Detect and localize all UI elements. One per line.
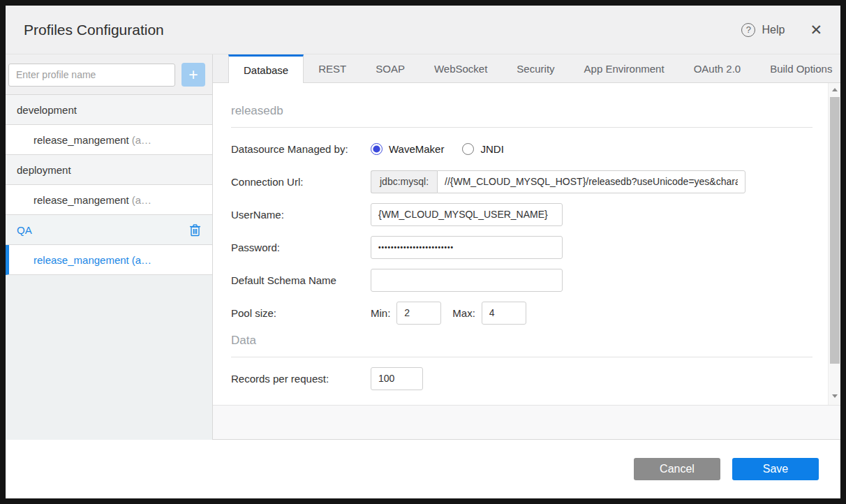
section-divider [231, 357, 812, 357]
pool-size-label: Pool size: [231, 307, 371, 319]
password-input[interactable] [371, 236, 563, 259]
tab-websocket[interactable]: WebSocket [420, 54, 502, 82]
wavemaker-radio[interactable] [371, 143, 383, 155]
dialog-footer: Cancel Save [6, 440, 840, 498]
help-label: Help [762, 24, 785, 36]
jndi-radio-label: JNDI [480, 143, 503, 155]
records-input[interactable] [371, 367, 423, 390]
pool-max-label: Max: [452, 307, 475, 319]
scrollbar-thumb[interactable] [830, 97, 840, 364]
data-section-title: Data [231, 334, 812, 348]
connection-url-group: jdbc:mysql: [371, 170, 745, 193]
datasource-radio-group: WaveMaker JNDI [371, 143, 504, 155]
schema-row: Default Schema Name [231, 268, 812, 292]
tab-rest[interactable]: REST [304, 54, 361, 82]
schema-input[interactable] [371, 269, 563, 292]
datasource-row: Datasource Managed by: WaveMaker JNDI [231, 137, 812, 161]
schema-label: Default Schema Name [231, 274, 371, 286]
sidebar-item-release-mangement-qa[interactable]: release_mangement (a… [6, 245, 212, 275]
password-row: Password: [231, 235, 812, 259]
config-tabs: Database REST SOAP WebSocket Security Ap… [213, 54, 840, 83]
tab-database[interactable]: Database [228, 54, 304, 83]
vertical-scrollbar[interactable] [828, 83, 840, 405]
pool-size-row: Pool size: Min: Max: [231, 301, 812, 325]
help-button[interactable]: ? Help [741, 23, 785, 37]
records-label: Records per request: [231, 373, 371, 385]
radio-jndi[interactable]: JNDI [462, 143, 503, 155]
profile-child-label: release_mangement [34, 134, 129, 146]
profile-child-label: release_mangement [34, 254, 129, 266]
profile-list: development release_mangement (a… deploy… [6, 95, 212, 440]
username-label: UserName: [231, 209, 371, 221]
username-input[interactable] [371, 203, 563, 226]
profile-search-row: + [6, 54, 212, 95]
profile-detail-panel: Database REST SOAP WebSocket Security Ap… [213, 54, 840, 440]
jdbc-prefix-addon: jdbc:mysql: [371, 170, 437, 193]
profile-child-suffix: (a… [132, 254, 151, 266]
username-row: UserName: [231, 202, 812, 226]
dialog-title: Profiles Configuration [24, 22, 741, 38]
profile-group-label: deployment [17, 164, 71, 176]
db-section-title: releasedb [231, 104, 812, 118]
sidebar-item-qa[interactable]: QA [6, 215, 212, 245]
wavemaker-radio-label: WaveMaker [389, 143, 444, 155]
trash-icon[interactable] [189, 223, 201, 237]
sidebar-item-development[interactable]: development [6, 95, 212, 125]
records-row: Records per request: [231, 366, 812, 390]
profile-child-suffix: (a… [132, 134, 151, 146]
jndi-radio[interactable] [462, 143, 474, 155]
dialog-header: Profiles Configuration ? Help ✕ [6, 6, 840, 54]
section-divider [231, 127, 812, 128]
tab-soap[interactable]: SOAP [361, 54, 420, 82]
connection-url-input[interactable] [437, 170, 745, 193]
close-icon[interactable]: ✕ [810, 22, 822, 37]
pool-max-input[interactable] [482, 302, 526, 325]
profile-group-label: QA [17, 224, 32, 236]
sidebar-item-release-mangement-deployment[interactable]: release_mangement (a… [6, 185, 212, 215]
dialog-body: + development release_mangement (a… depl… [6, 54, 840, 440]
connection-url-row: Connection Url: jdbc:mysql: [231, 170, 812, 193]
panel-bottom-strip [213, 405, 840, 440]
connection-url-label: Connection Url: [231, 176, 371, 188]
tab-security[interactable]: Security [502, 54, 569, 82]
pool-min-input[interactable] [396, 302, 441, 325]
tab-app-environment[interactable]: App Environment [570, 54, 679, 82]
sidebar-item-release-mangement-development[interactable]: release_mangement (a… [6, 125, 212, 155]
sidebar-item-deployment[interactable]: deployment [6, 155, 212, 185]
profile-name-input[interactable] [8, 64, 175, 87]
password-label: Password: [231, 242, 371, 253]
pool-min-label: Min: [371, 307, 390, 319]
profiles-sidebar: + development release_mangement (a… depl… [6, 54, 213, 440]
database-form: releasedb Datasource Managed by: WaveMak… [213, 83, 840, 390]
profiles-configuration-dialog: Profiles Configuration ? Help ✕ + develo… [6, 6, 840, 498]
profile-group-label: development [17, 104, 77, 116]
cancel-button[interactable]: Cancel [634, 458, 720, 480]
scrollbar-down-arrow-icon[interactable] [832, 394, 838, 398]
database-tab-content: releasedb Datasource Managed by: WaveMak… [213, 83, 840, 405]
tab-build-options[interactable]: Build Options [755, 54, 846, 82]
add-profile-button[interactable]: + [181, 63, 205, 87]
tab-oauth[interactable]: OAuth 2.0 [679, 54, 756, 82]
profile-child-label: release_mangement [34, 194, 129, 206]
scrollbar-up-arrow-icon[interactable] [832, 88, 838, 91]
help-icon: ? [741, 23, 755, 37]
save-button[interactable]: Save [732, 458, 819, 480]
profile-child-suffix: (a… [132, 194, 151, 206]
radio-wavemaker[interactable]: WaveMaker [371, 143, 444, 155]
datasource-label: Datasource Managed by: [231, 143, 371, 155]
